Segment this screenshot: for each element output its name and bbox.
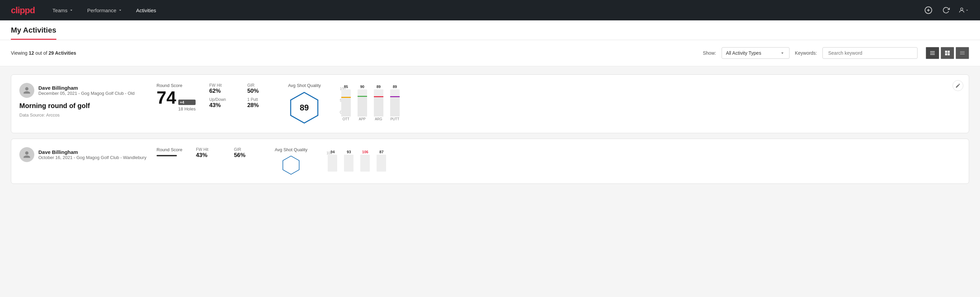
grid-view-button[interactable]	[940, 47, 954, 59]
card-stats: Round Score 74 +4 18 Holes FW Hit 62%	[156, 83, 961, 125]
bar-arg-2: 106	[360, 150, 370, 172]
bar-ott-label: OTT	[343, 117, 349, 121]
gir-stat: GIR 50%	[247, 83, 274, 94]
quality-section-2: Avg Shot Quality 100 94	[275, 147, 387, 176]
gir-stat-2: GIR 56%	[234, 147, 261, 159]
user-date-2: October 16, 2021 - Gog Magog Golf Club -…	[38, 155, 146, 160]
score-display: 74 +4 18 Holes	[156, 89, 196, 112]
viewing-text: Viewing 12 out of 29 Activities	[11, 50, 695, 56]
search-input[interactable]	[822, 47, 918, 59]
card-left-2: Dave Billingham October 16, 2021 - Gog M…	[19, 147, 148, 165]
user-menu-button[interactable]	[958, 5, 969, 16]
user-date: December 05, 2021 - Gog Magog Golf Club …	[38, 91, 134, 96]
bar-ott: 85 OTT	[341, 85, 351, 121]
bar-putt-label: PUTT	[390, 117, 399, 121]
user-row-2: Dave Billingham October 16, 2021 - Gog M…	[19, 147, 148, 162]
bar-putt-value: 89	[393, 85, 397, 89]
fw-hit-label: FW Hit	[209, 83, 236, 88]
page-header: My Activities	[0, 21, 980, 40]
round-score-group-2: Round Score	[156, 147, 182, 156]
data-source: Data Source: Arccos	[19, 112, 148, 118]
svg-marker-6	[283, 156, 299, 174]
logo[interactable]: clippd	[11, 5, 35, 16]
quality-hexagon: 89	[289, 91, 320, 125]
gir-label-2: GIR	[234, 147, 261, 152]
compact-view-button[interactable]	[956, 47, 969, 59]
activity-card: Dave Billingham December 05, 2021 - Gog …	[11, 74, 969, 133]
card-stats-2: Round Score FW Hit 43% GIR 56% Avg	[156, 147, 961, 176]
card-left: Dave Billingham December 05, 2021 - Gog …	[19, 83, 148, 118]
quality-label-2: Avg Shot Quality	[275, 147, 308, 152]
fw-hit-stat-2: FW Hit 43%	[196, 147, 223, 159]
round-score-label: Round Score	[156, 83, 196, 88]
gir-value-2: 56%	[234, 152, 261, 159]
bar-app-value: 90	[360, 85, 364, 89]
round-score-group: Round Score 74 +4 18 Holes	[156, 83, 196, 114]
updown-value: 43%	[209, 102, 236, 109]
fw-hit-label-2: FW Hit	[196, 147, 223, 152]
round-score-label-2: Round Score	[156, 147, 182, 152]
edit-button[interactable]	[953, 80, 963, 91]
avatar	[19, 83, 34, 98]
view-toggle	[926, 47, 969, 59]
updown-label: Up/Down	[209, 97, 236, 102]
activity-card-2: Dave Billingham October 16, 2021 - Gog M…	[11, 139, 969, 184]
user-info: Dave Billingham December 05, 2021 - Gog …	[38, 85, 134, 96]
add-button[interactable]	[923, 5, 934, 16]
sub-stat-row-2: Up/Down 43% 1 Putt 28%	[209, 97, 274, 109]
score-badge: +4	[178, 99, 196, 105]
list-view-button[interactable]	[926, 47, 939, 59]
fw-hit-value-2: 43%	[196, 152, 223, 159]
svg-text:89: 89	[300, 103, 309, 112]
user-row: Dave Billingham December 05, 2021 - Gog …	[19, 83, 148, 98]
refresh-button[interactable]	[940, 5, 951, 16]
viewing-total: 29	[49, 50, 54, 56]
keywords-label: Keywords:	[795, 50, 817, 56]
nav-icons	[923, 5, 969, 16]
quality-label: Avg Shot Quality	[288, 83, 321, 88]
sub-stats: FW Hit 62% GIR 50% Up/Down 43% 1 Putt	[209, 83, 274, 109]
bar-arg-value: 89	[377, 85, 381, 89]
svg-point-3	[961, 8, 963, 10]
one-putt-value: 28%	[247, 102, 274, 109]
user-info-2: Dave Billingham October 16, 2021 - Gog M…	[38, 149, 146, 160]
bar-app: 90 APP	[358, 85, 367, 121]
one-putt-stat: 1 Putt 28%	[247, 97, 274, 109]
viewing-count: 12	[29, 50, 34, 56]
nav-activities[interactable]: Activities	[135, 8, 158, 13]
bar-putt: 89 PUTT	[390, 85, 400, 121]
sub-stat-row-2a: FW Hit 43% GIR 56%	[196, 147, 261, 159]
activity-title: Morning round of golf	[19, 102, 148, 110]
user-name-2: Dave Billingham	[38, 149, 146, 155]
nav-performance[interactable]: Performance	[86, 8, 124, 13]
quality-hexagon-2	[276, 155, 306, 176]
updown-stat: Up/Down 43%	[209, 97, 236, 109]
gir-value: 50%	[247, 88, 274, 94]
y-axis-100-2: 100	[326, 151, 332, 155]
bar-arg: 89 ARG	[374, 85, 383, 121]
bar-app-2: 93	[344, 150, 353, 172]
activities-list: Dave Billingham December 05, 2021 - Gog …	[0, 66, 980, 192]
navbar: clippd Teams Performance Activities	[0, 0, 980, 21]
activity-type-dropdown[interactable]: All Activity Types	[722, 47, 789, 59]
page-title: My Activities	[11, 26, 56, 40]
show-label: Show:	[703, 50, 716, 56]
fw-hit-stat: FW Hit 62%	[209, 83, 236, 94]
sub-stats-2: FW Hit 43% GIR 56%	[196, 147, 261, 159]
filter-bar: Viewing 12 out of 29 Activities Show: Al…	[0, 40, 980, 66]
user-name: Dave Billingham	[38, 85, 134, 91]
bar-arg-label: ARG	[375, 117, 382, 121]
one-putt-label: 1 Putt	[247, 97, 274, 102]
score-holes: 18 Holes	[178, 106, 196, 112]
nav-teams[interactable]: Teams	[51, 8, 75, 13]
sub-stat-row-1: FW Hit 62% GIR 50%	[209, 83, 274, 94]
avatar-2	[19, 147, 34, 162]
bar-putt-2: 87	[377, 150, 386, 172]
bar-app-label: APP	[359, 117, 366, 121]
quality-section: Avg Shot Quality 89 100 50 0	[288, 83, 400, 125]
fw-hit-value: 62%	[209, 88, 236, 94]
score-value: 74	[156, 89, 176, 106]
gir-label: GIR	[247, 83, 274, 88]
